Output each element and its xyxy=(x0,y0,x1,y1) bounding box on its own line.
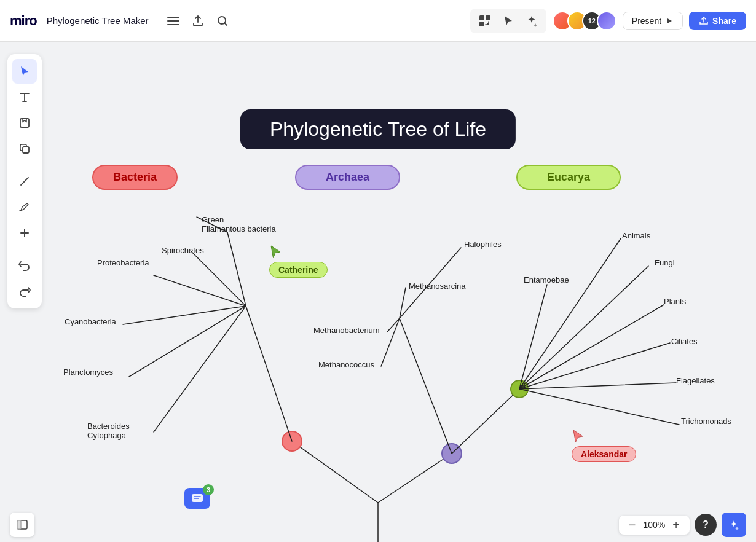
svg-line-14 xyxy=(246,306,292,441)
zoom-controls: − 100% + xyxy=(619,516,690,535)
animals-label: Animals xyxy=(622,231,650,240)
sticky-note-tool[interactable] xyxy=(12,111,37,135)
svg-rect-1 xyxy=(167,20,179,22)
zoom-controls-group: − 100% + ? xyxy=(619,513,746,537)
export-button[interactable] xyxy=(187,10,209,32)
grid-apps-button[interactable] xyxy=(475,11,495,31)
redo-button[interactable] xyxy=(12,279,37,304)
share-button[interactable]: Share xyxy=(689,12,746,30)
svg-line-21 xyxy=(154,306,246,432)
magic-button[interactable] xyxy=(522,11,541,31)
tree-diagram: .tree-line { stroke: #222; stroke-width:… xyxy=(0,42,756,542)
board-title: Phylogenetic Tree Maker xyxy=(47,15,149,26)
svg-line-35 xyxy=(519,389,679,425)
svg-line-34 xyxy=(519,383,676,389)
help-button[interactable]: ? xyxy=(695,514,717,536)
svg-rect-4 xyxy=(479,15,484,20)
svg-rect-39 xyxy=(17,520,21,529)
svg-line-33 xyxy=(519,343,670,389)
assist-button[interactable] xyxy=(722,513,746,537)
aleksandar-cursor-label: Aleksandar xyxy=(572,446,636,462)
svg-line-30 xyxy=(519,238,621,389)
comment-bubble[interactable]: 3 xyxy=(184,488,210,509)
select-tool[interactable] xyxy=(12,59,37,84)
entamoebae-label: Entamoebae xyxy=(524,275,569,285)
copy-tool[interactable] xyxy=(12,136,37,161)
svg-rect-5 xyxy=(486,15,490,20)
tool-group xyxy=(470,9,546,33)
svg-rect-6 xyxy=(479,22,484,26)
search-button[interactable] xyxy=(211,10,234,32)
svg-line-32 xyxy=(519,305,664,389)
planctomyces-label: Planctomyces xyxy=(63,367,113,377)
cyanobacteria-label: Cyanobacteria xyxy=(65,317,116,326)
canvas[interactable]: Phylogenetic Tree of Life Bacteria Archa… xyxy=(0,42,756,542)
halophiles-label: Halophiles xyxy=(464,240,502,249)
comment-count: 3 xyxy=(203,484,214,495)
plants-label: Plants xyxy=(664,297,686,306)
svg-line-26 xyxy=(387,318,400,332)
svg-rect-2 xyxy=(167,24,179,25)
bacteroides-label: BacteroidesCytophaga xyxy=(87,422,130,440)
arrow-cursor-button[interactable] xyxy=(498,11,518,31)
avatar-3 xyxy=(597,11,616,31)
zoom-out-button[interactable]: − xyxy=(626,518,639,532)
green-filamentous-label: GreenFilamentous bacteria xyxy=(202,215,276,234)
zoom-level: 100% xyxy=(643,520,665,530)
spirochetes-label: Spirochetes xyxy=(162,246,204,255)
ciliates-label: Ciliates xyxy=(671,337,698,346)
trichomonads-label: Trichomonads xyxy=(681,417,731,426)
cursor-aleksandar: Aleksandar xyxy=(572,429,636,462)
left-toolbar xyxy=(7,54,42,308)
svg-rect-0 xyxy=(167,17,179,18)
svg-line-36 xyxy=(519,285,547,389)
svg-line-15 xyxy=(227,232,246,306)
svg-line-31 xyxy=(519,266,648,389)
svg-line-12 xyxy=(378,454,452,503)
catherine-cursor-label: Catherine xyxy=(269,262,328,278)
add-tool[interactable] xyxy=(12,221,37,245)
undo-button[interactable] xyxy=(12,253,37,278)
fungi-label: Fungi xyxy=(655,258,675,267)
methanosarcina-label: Methanosarcina xyxy=(409,281,466,291)
svg-line-27 xyxy=(381,318,400,366)
methanococcus-label: Methanococcus xyxy=(318,360,374,369)
collaborator-avatars: 12 xyxy=(553,11,616,31)
present-button[interactable]: Present xyxy=(623,12,683,30)
miro-logo: miro xyxy=(10,13,37,29)
menu-button[interactable] xyxy=(162,10,184,32)
cursor-catherine: Catherine xyxy=(269,245,328,278)
svg-line-17 xyxy=(191,251,246,306)
svg-rect-9 xyxy=(23,147,29,153)
methanobacterium-label: Methanobacterium xyxy=(313,326,380,335)
pen-tool[interactable] xyxy=(12,195,37,219)
svg-line-23 xyxy=(400,318,452,454)
text-tool[interactable] xyxy=(12,85,37,109)
flagellates-label: Flagellates xyxy=(676,376,715,385)
panel-toggle-button[interactable] xyxy=(10,513,34,537)
zoom-in-button[interactable]: + xyxy=(670,518,682,532)
svg-line-20 xyxy=(129,306,246,377)
svg-line-28 xyxy=(452,389,519,454)
svg-line-11 xyxy=(292,441,378,503)
line-tool[interactable] xyxy=(12,169,37,194)
svg-line-18 xyxy=(154,275,246,306)
proteobacteria-label: Proteobacteria xyxy=(97,258,149,267)
topbar: miro Phylogenetic Tree Maker 12 xyxy=(0,0,756,42)
svg-line-19 xyxy=(123,306,246,324)
svg-line-25 xyxy=(400,288,406,318)
bottombar: − 100% + ? xyxy=(0,508,756,542)
